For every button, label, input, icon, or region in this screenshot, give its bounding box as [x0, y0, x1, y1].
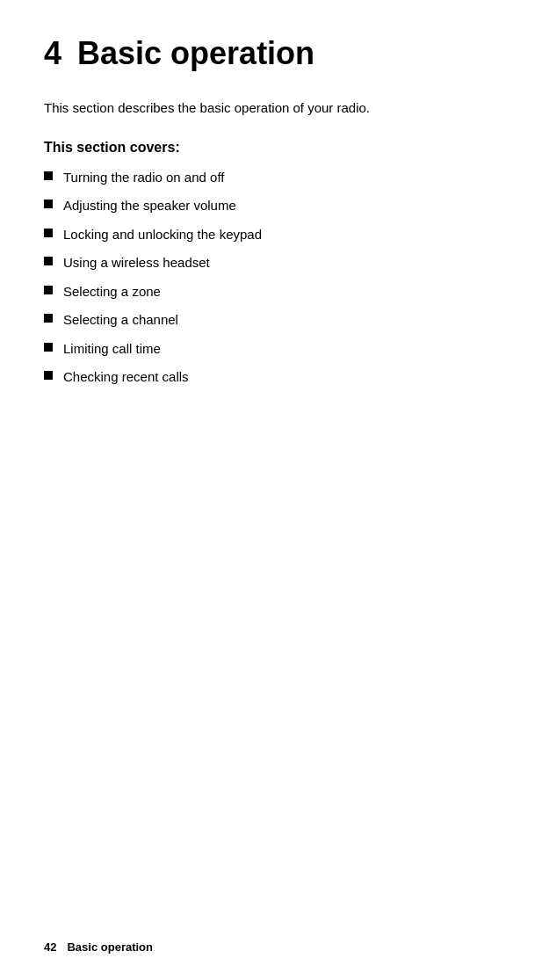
chapter-title: Basic operation — [77, 35, 314, 72]
footer-page-number: 42 — [44, 940, 56, 954]
bullet-icon — [44, 200, 53, 208]
list-item: Limiting call time — [44, 339, 498, 359]
list-item: Using a wireless headset — [44, 253, 498, 273]
list-item: Checking recent calls — [44, 367, 498, 388]
list-item-label: Selecting a channel — [63, 310, 178, 330]
list-item-label: Using a wireless headset — [63, 253, 210, 273]
chapter-number: 4 — [44, 35, 61, 72]
bullet-icon — [44, 171, 53, 180]
footer: 42 Basic operation — [44, 940, 498, 954]
bullet-icon — [44, 371, 53, 380]
list-item-label: Locking and unlocking the keypad — [63, 225, 262, 245]
bullet-list: Turning the radio on and off Adjusting t… — [44, 168, 498, 388]
list-item-label: Checking recent calls — [63, 367, 189, 388]
footer-chapter-title: Basic operation — [67, 940, 153, 954]
list-item: Adjusting the speaker volume — [44, 196, 498, 216]
list-item-label: Adjusting the speaker volume — [63, 196, 236, 216]
chapter-header: 4 Basic operation — [44, 35, 498, 72]
intro-text: This section describes the basic operati… — [44, 98, 498, 119]
bullet-icon — [44, 257, 53, 265]
bullet-icon — [44, 286, 53, 294]
list-item: Selecting a zone — [44, 282, 498, 302]
bullet-icon — [44, 229, 53, 237]
list-item: Selecting a channel — [44, 310, 498, 330]
list-item: Locking and unlocking the keypad — [44, 225, 498, 245]
section-covers-title: This section covers: — [44, 140, 498, 156]
bullet-icon — [44, 314, 53, 323]
list-item-label: Limiting call time — [63, 339, 161, 359]
page-container: 4 Basic operation This section describes… — [0, 0, 542, 980]
bullet-icon — [44, 343, 53, 352]
list-item-label: Selecting a zone — [63, 282, 161, 302]
list-item: Turning the radio on and off — [44, 168, 498, 188]
list-item-label: Turning the radio on and off — [63, 168, 224, 188]
